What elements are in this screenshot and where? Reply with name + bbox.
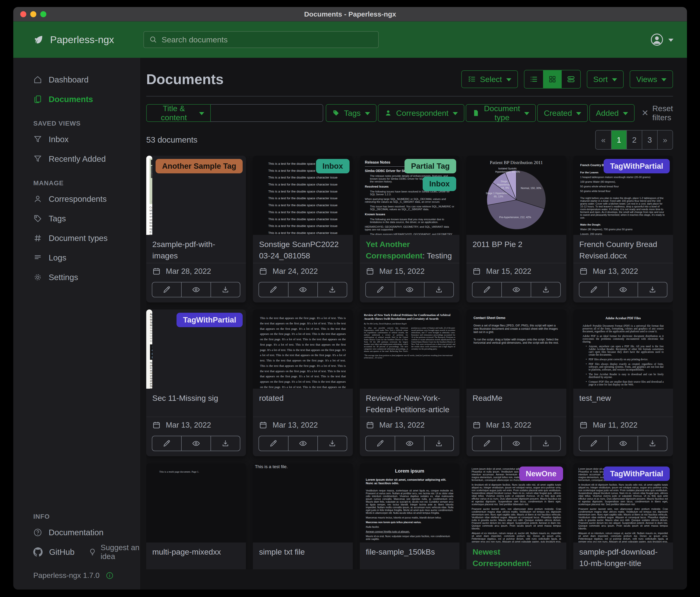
document-card[interactable]: Adobe Acrobat PDF FilesAdobe® Portable D… — [573, 309, 673, 456]
sidebar-item-github[interactable]: GitHub — [13, 542, 75, 562]
edit-button[interactable] — [473, 282, 501, 297]
document-correspondent[interactable]: Yet Another Correspondent — [366, 240, 423, 260]
sidebar-item-document-types[interactable]: Document types — [13, 229, 140, 248]
document-title[interactable]: French Country Bread Revised.docx — [573, 235, 673, 263]
created-filter-button[interactable]: Created — [537, 104, 588, 122]
edit-button[interactable] — [579, 436, 608, 451]
download-button[interactable] — [317, 282, 347, 297]
document-card[interactable]: Patient BP Distribution 2011Normal, 150,… — [467, 156, 566, 303]
document-card[interactable]: Inbox This is a test for the double spac… — [253, 156, 353, 303]
document-title[interactable]: Newest Correspondent: f_combineds — [467, 543, 566, 569]
tag-badge[interactable]: Partial Tag — [404, 159, 456, 173]
document-correspondent[interactable]: Newest Correspondent — [473, 547, 529, 568]
sidebar-item-documents[interactable]: Documents — [13, 90, 140, 109]
edit-button[interactable] — [152, 282, 181, 297]
brand[interactable]: Paperless-ngx — [13, 34, 140, 45]
grid-view-button[interactable] — [543, 70, 562, 88]
edit-button[interactable] — [152, 436, 181, 451]
edit-button[interactable] — [259, 436, 288, 451]
document-card[interactable]: Lorem ipsumLorem ipsum dolor sit amet, c… — [360, 463, 459, 569]
pagination-page-2[interactable]: 2 — [626, 130, 642, 149]
sidebar-item-inbox[interactable]: Inbox — [13, 129, 140, 149]
tags-filter-button[interactable]: Tags — [326, 104, 377, 122]
tag-badge[interactable]: TagWithPartial — [604, 467, 670, 481]
view-button[interactable] — [181, 282, 210, 297]
document-title[interactable]: rotated — [253, 389, 353, 416]
download-button[interactable] — [210, 282, 240, 297]
document-card[interactable]: This is the text that appears on the fir… — [253, 309, 353, 456]
tag-badge[interactable]: TagWithPartial — [604, 159, 670, 173]
correspondent-filter-button[interactable]: Correspondent — [378, 104, 464, 122]
title-content-filter-input[interactable] — [211, 104, 323, 122]
close-window-button[interactable] — [20, 11, 26, 17]
download-button[interactable] — [531, 282, 560, 297]
document-card[interactable]: This is a multi page document. Page 1. m… — [146, 463, 246, 569]
info-circle-icon[interactable] — [106, 572, 114, 579]
sidebar-item-recently-added[interactable]: Recently Added — [13, 149, 140, 169]
document-thumbnail[interactable]: Patient BP Distribution 2011Normal, 150,… — [467, 156, 566, 235]
suggest-idea-link[interactable]: Suggest an idea — [89, 543, 140, 561]
document-thumbnail[interactable]: Review of New York Federal Petitions for… — [360, 309, 459, 389]
document-title[interactable]: ReadMe — [467, 389, 566, 416]
view-button[interactable] — [288, 436, 317, 451]
edit-button[interactable] — [473, 436, 501, 451]
view-button[interactable] — [501, 436, 531, 451]
list-view-button[interactable] — [524, 70, 543, 88]
document-title[interactable]: simple txt file — [253, 543, 353, 569]
sidebar-item-tags[interactable]: Tags — [13, 209, 140, 229]
edit-button[interactable] — [366, 436, 395, 451]
global-search[interactable]: Search documents — [144, 31, 379, 48]
pagination-page-1[interactable]: 1 — [611, 130, 626, 149]
document-thumbnail[interactable]: Boundary Waters TripLegendGoogle EarthCu… — [146, 156, 152, 235]
document-thumbnail[interactable]: This is a test file. — [253, 463, 353, 543]
pagination-page-3[interactable]: 3 — [642, 130, 657, 149]
download-button[interactable] — [638, 436, 667, 451]
document-card[interactable]: Review of New York Federal Petitions for… — [360, 309, 459, 456]
document-card[interactable]: Contact Sheet DemoGiven a set of image f… — [467, 309, 566, 456]
document-card[interactable]: Another Sample Tag Boundary Waters TripL… — [146, 156, 246, 303]
added-filter-button[interactable]: Added — [590, 104, 634, 122]
tag-badge[interactable]: Another Sample Tag — [155, 159, 243, 173]
download-button[interactable] — [531, 436, 560, 451]
download-button[interactable] — [210, 436, 240, 451]
document-title[interactable]: 2sample-pdf-with-images — [146, 235, 246, 263]
document-card[interactable]: TagWithPartial French Country BreadFor t… — [573, 156, 673, 303]
views-dropdown-button[interactable]: Views — [630, 70, 673, 88]
sidebar-item-dashboard[interactable]: Dashboard — [13, 70, 140, 90]
document-title[interactable]: Review-of-New-York-Federal-Petitions-art… — [360, 389, 459, 416]
document-card[interactable]: This is a test file. simple txt file — [253, 463, 353, 569]
select-dropdown-button[interactable]: Select — [461, 70, 518, 88]
sidebar-item-documentation[interactable]: Documentation — [13, 523, 140, 542]
view-button[interactable] — [181, 436, 210, 451]
download-button[interactable] — [424, 436, 453, 451]
sidebar-item-logs[interactable]: Logs — [13, 248, 140, 267]
user-menu[interactable] — [650, 33, 673, 46]
document-title[interactable]: file-sample_150kBs — [360, 543, 459, 569]
document-card[interactable]: Partial TagInbox Release NotesSimba ODBC… — [360, 156, 459, 303]
sidebar-item-correspondents[interactable]: Correspondents — [13, 189, 140, 209]
edit-button[interactable] — [259, 282, 288, 297]
document-title[interactable]: sample-pdf-download-10-mb-longer-title — [573, 543, 673, 569]
tag-badge[interactable]: Inbox — [423, 176, 456, 191]
detail-view-button[interactable] — [562, 70, 580, 88]
edit-button[interactable] — [366, 282, 395, 297]
document-card[interactable]: NewOne Lorem ipsum dolor sit amet, conse… — [467, 463, 566, 569]
pagination-prev-button[interactable]: « — [596, 130, 611, 149]
document-title[interactable]: test_new — [573, 389, 673, 416]
reset-filters-button[interactable]: ✕ Reset filters — [642, 104, 673, 122]
document-thumbnail[interactable]: This is a multi page document. Page 1. — [146, 463, 246, 543]
document-title[interactable]: multi-page-mixedxx — [146, 543, 246, 569]
download-button[interactable] — [424, 282, 453, 297]
document-title[interactable]: Sonstige ScanPC2022 03-24_081058 — [253, 235, 353, 263]
document-title[interactable]: Sec 11-Missing sig — [146, 389, 246, 416]
sort-dropdown-button[interactable]: Sort — [587, 70, 624, 88]
minimize-window-button[interactable] — [30, 11, 36, 17]
view-button[interactable] — [608, 282, 638, 297]
document-thumbnail[interactable]: This is the text that appears on the fir… — [253, 309, 353, 389]
tag-badge[interactable]: TagWithPartial — [176, 313, 243, 327]
edit-button[interactable] — [579, 282, 608, 297]
document-title[interactable]: 2011 BP Pie 2 — [467, 235, 566, 263]
document-card[interactable]: TagWithPartial Lorem ipsum dolor sit ame… — [573, 463, 673, 569]
pagination-next-button[interactable]: » — [657, 130, 673, 149]
view-button[interactable] — [608, 436, 638, 451]
